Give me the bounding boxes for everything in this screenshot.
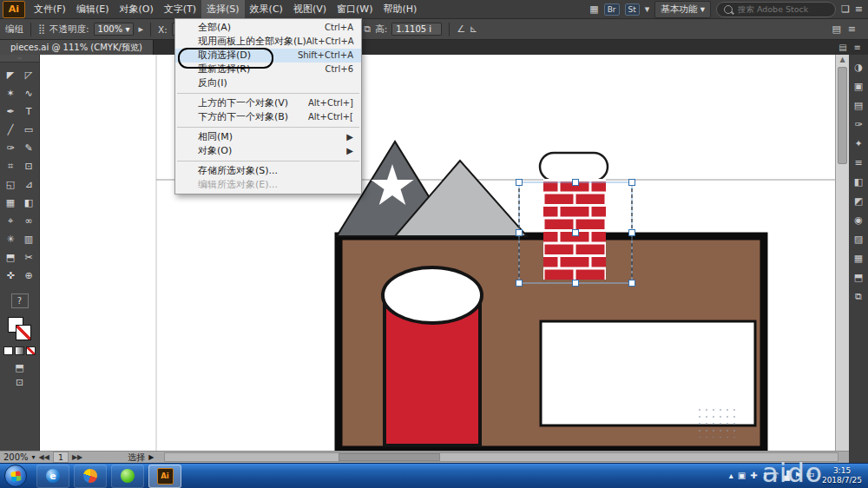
tool-button[interactable]: ⌖	[2, 212, 20, 230]
clock[interactable]: 3:15 2018/7/25	[819, 466, 865, 485]
document-tab[interactable]: pieces.ai @ 111% (CMYK/预览)	[0, 40, 154, 55]
constrain-proportions-icon[interactable]: ⧉	[364, 23, 371, 35]
panel-collapse-icon[interactable]: ❏	[841, 3, 850, 15]
menu-item[interactable]: 反向(I)	[175, 76, 361, 90]
tray-icon[interactable]: ▴	[729, 472, 733, 480]
tool-button[interactable]: ✎	[20, 139, 38, 157]
reference-point-icon[interactable]: ⣿	[38, 23, 45, 35]
drawing-mode-icon[interactable]: ⬒	[15, 362, 23, 373]
tool-button[interactable]: ◤	[2, 66, 20, 84]
tool-button[interactable]: ∿	[20, 84, 38, 102]
menu-item[interactable]	[177, 161, 359, 162]
tool-button[interactable]: ∞	[20, 212, 38, 230]
status-expand-icon[interactable]: ▶	[148, 453, 154, 461]
canvas[interactable]	[40, 55, 835, 451]
horizontal-scrollbar[interactable]	[164, 452, 838, 462]
panel-icon[interactable]: ◑	[854, 62, 863, 73]
menu-item[interactable]: 下方的下一个对象(B) Alt+Ctrl+[	[175, 110, 361, 124]
menu-item[interactable]: 存储所选对象(S)...	[175, 164, 361, 178]
tool-button[interactable]: ✂	[20, 248, 38, 267]
panel-icon[interactable]: ◩	[854, 195, 863, 207]
artboard-nav-next[interactable]: ▶▶	[72, 453, 82, 461]
tool-button[interactable]: ⊕	[20, 267, 38, 285]
tool-button[interactable]: ✜	[2, 267, 20, 285]
tool-button[interactable]: ▭	[20, 121, 38, 139]
chimney-cap-shape[interactable]	[540, 153, 608, 181]
tab-menu-icon[interactable]: ≡	[854, 43, 861, 52]
menubar-item[interactable]: 帮助(H)	[378, 0, 422, 19]
menu-item[interactable]: 对象(O) ▶	[175, 144, 361, 158]
menu-item[interactable]: 取消选择(D) Shift+Ctrl+A	[175, 49, 361, 63]
menubar-item[interactable]: 视图(V)	[288, 0, 332, 19]
menubar-item[interactable]: 文件(F)	[29, 0, 71, 19]
panel-icon[interactable]: ▦	[854, 253, 863, 264]
panel-menu-icon[interactable]: ≡	[848, 23, 856, 35]
menu-item[interactable]: 全部(A) Ctrl+A	[175, 21, 361, 35]
tool-button[interactable]: ◧	[20, 194, 38, 212]
tool-button[interactable]: ▥	[20, 230, 38, 248]
gradient-button[interactable]	[15, 346, 24, 355]
chevron-down-icon[interactable]: ▾	[645, 3, 650, 15]
rotate-icon[interactable]: ⊾	[470, 23, 477, 35]
tool-button[interactable]: ✑	[2, 139, 20, 157]
menu-item[interactable]: 重新选择(R) Ctrl+6	[175, 63, 361, 76]
tool-button[interactable]: ◱	[2, 175, 20, 194]
scrollbar-thumb[interactable]	[838, 67, 847, 164]
panel-icon[interactable]: ✦	[854, 138, 862, 149]
tool-button[interactable]: ✳	[2, 230, 20, 248]
menu-item[interactable]: 相同(M) ▶	[175, 130, 361, 144]
tool-button[interactable]: ⬒	[2, 248, 20, 267]
tool-button[interactable]: ╱	[2, 121, 20, 139]
expand-icon[interactable]: ▸	[138, 23, 143, 35]
tool-button[interactable]: ▦	[2, 194, 20, 212]
tray-icon[interactable]: ✚	[750, 472, 757, 480]
stock-search[interactable]	[716, 2, 836, 17]
none-button[interactable]	[26, 346, 36, 355]
panel-icon[interactable]: ▣	[854, 81, 863, 92]
start-button[interactable]	[4, 465, 27, 487]
tool-button[interactable]: T	[20, 102, 38, 121]
workspace-switcher[interactable]: 基本功能 ▾	[654, 1, 711, 18]
panel-icon[interactable]: ✑	[854, 119, 862, 130]
panel-icon[interactable]: ⧉	[855, 291, 862, 302]
cylinder-top-shape[interactable]	[383, 267, 482, 323]
menu-item[interactable]: 现用画板上的全部对象(L) Alt+Ctrl+A	[175, 35, 361, 49]
tool-button[interactable]: ⌗	[2, 157, 20, 175]
tool-button[interactable]: ✒	[2, 102, 20, 121]
bridge-button[interactable]: Br	[604, 3, 620, 16]
app-menu-icon[interactable]: ≡	[855, 3, 863, 15]
menubar-item[interactable]: 文字(T)	[159, 0, 201, 19]
stroke-swatch[interactable]	[16, 325, 31, 340]
menu-item[interactable]	[177, 127, 359, 128]
artboard-nav-prev[interactable]: ◀◀	[39, 453, 49, 461]
panel-icon[interactable]: ◉	[854, 214, 863, 226]
panel-icon[interactable]: ▤	[854, 100, 863, 111]
help-button[interactable]: ?	[11, 293, 29, 308]
menubar-item[interactable]: 编辑(E)	[71, 0, 115, 19]
search-input[interactable]	[736, 3, 826, 15]
taskbar-360-button[interactable]	[111, 465, 144, 488]
height-field[interactable]: 1.1105 i	[391, 23, 442, 36]
artboard-number-field[interactable]: 1	[53, 452, 69, 463]
tools-panel-header[interactable]: ‹‹	[0, 55, 39, 63]
panel-icon[interactable]: ⬒	[854, 272, 863, 283]
zoom-caret-icon[interactable]: ▾	[32, 453, 36, 461]
hscroll-thumb[interactable]	[339, 453, 440, 461]
menubar-item[interactable]: 选择(S)	[201, 0, 245, 19]
taskbar-browser-button[interactable]	[74, 465, 107, 488]
zoom-level[interactable]: 200%	[3, 452, 29, 462]
menubar-item[interactable]: 效果(C)	[245, 0, 288, 19]
tool-button[interactable]: ⊿	[20, 175, 38, 194]
arrange-documents-icon[interactable]: ▦	[589, 3, 598, 15]
menu-item[interactable]: 编辑所选对象(E)...	[175, 178, 361, 192]
menu-item[interactable]	[177, 93, 359, 94]
menubar-item[interactable]: 窗口(W)	[332, 0, 378, 19]
align-panel-icon[interactable]: ▤	[832, 23, 840, 35]
menubar-item[interactable]: 对象(O)	[114, 0, 158, 19]
stock-button[interactable]: St	[625, 3, 640, 16]
shear-icon[interactable]: ∠	[457, 23, 465, 35]
panel-icon[interactable]: ≡	[854, 157, 862, 168]
scroll-up-icon[interactable]: ▲	[836, 55, 849, 65]
menu-item[interactable]: 上方的下一个对象(V) Alt+Ctrl+]	[175, 96, 361, 110]
taskbar-illustrator-button[interactable]: Ai	[148, 465, 181, 488]
